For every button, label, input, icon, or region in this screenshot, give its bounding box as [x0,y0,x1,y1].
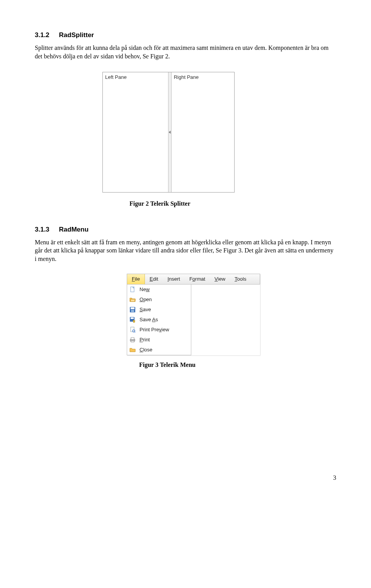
svg-rect-11 [131,337,134,339]
print-icon [129,336,136,343]
menu-item-label: Open [140,296,152,303]
menu-body: Menu är ett enkelt sätt att få fram en m… [35,238,336,263]
menubar: File Edit Insert Format View Tools [127,274,260,285]
heading-title: RadSplitter [59,31,94,39]
menu-insert[interactable]: Insert [163,274,185,284]
menu-figure: File Edit Insert Format View Tools New O… [127,274,260,355]
menu-format[interactable]: Format [185,274,210,284]
save-as-icon [129,316,136,323]
folder-icon [129,346,136,353]
menu-view[interactable]: View [210,274,230,284]
menu-item-new[interactable]: New [127,285,191,295]
menu-item-printpreview[interactable]: Print Preview [127,325,191,335]
file-dropdown: New Open Save Save As Print Preview [127,285,191,355]
menu-file-rest: ile [135,276,140,282]
menu-item-label: New [140,286,150,293]
menu-item-label: Save As [140,316,158,323]
menu-caption: Figur 3 Telerik Menu [139,361,336,369]
splitter-figure: Left Pane Right Pane [102,72,235,193]
menu-item-open[interactable]: Open [127,295,191,305]
svg-rect-3 [131,307,134,309]
left-pane-label: Left Pane [103,72,168,82]
heading-num: 3.1.2 [35,31,49,39]
save-icon [129,306,136,313]
menu-item-label: Print [140,336,150,343]
menu-item-label: Save [140,306,151,313]
svg-rect-12 [131,341,134,342]
heading-radsplitter: 3.1.2 RadSplitter [35,31,336,40]
menu-item-save[interactable]: Save [127,305,191,315]
splitter-right-pane: Right Pane [172,72,234,192]
splitter-caption: Figur 2 Telerik Splitter [129,199,336,208]
splitter-drag-handle[interactable] [168,72,172,192]
menu-file[interactable]: File [127,274,145,284]
menu-item-label: Print Preview [140,326,169,333]
menu-item-saveas[interactable]: Save As [127,315,191,325]
heading-radmenu: 3.1.3 RadMenu [35,225,336,234]
splitter-panes: Left Pane Right Pane [103,72,234,192]
menu-tools[interactable]: Tools [230,274,251,284]
right-pane-label: Right Pane [172,72,234,82]
menu-item-close[interactable]: Close [127,345,191,355]
folder-open-icon [129,296,136,303]
svg-rect-6 [131,317,134,319]
print-preview-icon [129,326,136,333]
splitter-left-pane: Left Pane [103,72,168,192]
svg-rect-4 [131,310,134,312]
new-file-icon [129,286,136,293]
splitter-body: Splitter används för att kunna dela på s… [35,44,336,60]
svg-line-9 [134,332,135,332]
menu-edit[interactable]: Edit [145,274,163,284]
menu-item-label: Close [140,346,152,353]
page-number: 3 [35,474,336,482]
heading-num: 3.1.3 [35,226,49,233]
heading-title: RadMenu [59,226,89,233]
menu-item-print[interactable]: Print [127,335,191,345]
